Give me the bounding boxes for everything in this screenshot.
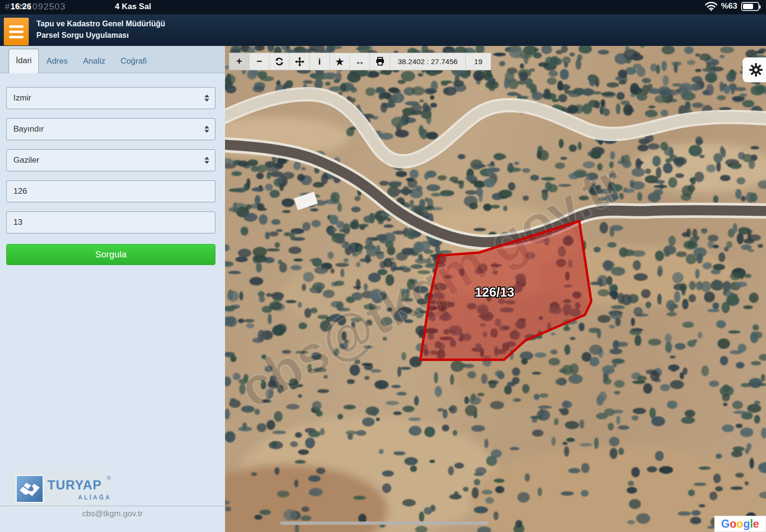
hamburger-menu-button[interactable] [4, 18, 29, 45]
brand-branch: ALİAĞA [78, 494, 112, 501]
google-letter: e [753, 518, 759, 531]
gear-icon [749, 63, 763, 77]
center-button[interactable] [290, 53, 310, 70]
screen: #1691092503 16:26 4 Kas Sal %63 Tapu ve … [0, 0, 766, 532]
app-title-line1: Tapu ve Kadastro Genel Müdürlüğü [36, 18, 165, 30]
settings-button[interactable] [743, 57, 766, 82]
coordinates-readout: 38.2402 : 27.7456 [390, 53, 466, 70]
brand-name: TURYAP [47, 478, 102, 493]
info-button[interactable]: i [310, 53, 330, 70]
tab-analiz[interactable]: Analiz [76, 50, 113, 73]
google-letter: o [730, 518, 736, 531]
google-attribution: Google [714, 516, 766, 532]
clock: 16:26 [11, 2, 31, 11]
measure-button[interactable]: ↔ [350, 53, 370, 70]
neighborhood-select-value: Gaziler [13, 155, 39, 165]
neighborhood-select[interactable]: Gaziler [6, 149, 215, 171]
google-letter: G [721, 518, 730, 531]
zoom-out-button[interactable]: − [249, 53, 270, 70]
zoom-level: 19 [466, 53, 491, 70]
divider [0, 506, 225, 506]
realtor-watermark: TURYAP ® ALİAĞA [7, 470, 115, 509]
app-title-line2: Parsel Sorgu Uygulaması [36, 30, 165, 41]
select-chevron-icon [204, 157, 209, 164]
map-viewport[interactable]: cbs@tkgm.gov.tr 126/13 +−i★↔ 38.2402 : 2… [225, 46, 766, 532]
sorgula-query-button[interactable]: Sorgula [6, 244, 215, 265]
print-button[interactable] [370, 53, 390, 70]
province-select[interactable]: Izmir [6, 87, 215, 109]
battery-icon [741, 2, 759, 11]
battery-percent: %63 [721, 1, 737, 11]
query-sidebar: İdari Adres Analiz Coğrafi Izmir Bayındı… [0, 46, 225, 532]
app-titles: Tapu ve Kadastro Genel Müdürlüğü Parsel … [36, 18, 165, 41]
contact-email: cbs@tkgm.gov.tr [0, 509, 225, 519]
handshake-logo-icon [16, 475, 44, 503]
app-header: Tapu ve Kadastro Genel Müdürlüğü Parsel … [0, 14, 766, 46]
favorite-button[interactable]: ★ [330, 53, 350, 70]
date: 4 Kas Sal [115, 2, 151, 11]
select-chevron-icon [204, 95, 209, 102]
district-select-value: Bayındır [13, 124, 44, 134]
parcel-number-input[interactable] [6, 211, 215, 233]
horizontal-scrollbar[interactable] [280, 521, 488, 525]
tab-cografi[interactable]: Coğrafi [113, 50, 155, 73]
province-select-value: Izmir [13, 93, 31, 103]
building [294, 192, 318, 210]
map-toolbar: +−i★↔ 38.2402 : 27.7456 19 [229, 53, 491, 70]
select-chevron-icon [204, 126, 209, 133]
refresh-button[interactable] [270, 53, 290, 70]
tab-bar: İdari Adres Analiz Coğrafi [0, 46, 225, 73]
tab-adres[interactable]: Adres [39, 50, 75, 73]
status-icons: %63 [705, 1, 759, 11]
district-select[interactable]: Bayındır [6, 118, 215, 140]
registered-mark: ® [107, 475, 111, 481]
parcel-label: 126/13 [475, 285, 515, 299]
battery-fill [743, 4, 753, 9]
google-letter: g [743, 518, 750, 531]
battery-tip [759, 5, 761, 9]
hamburger-icon [9, 25, 23, 28]
status-bar: #1691092503 16:26 4 Kas Sal %63 [0, 0, 766, 14]
zoom-in-button[interactable]: + [229, 53, 249, 70]
google-letter: o [736, 518, 743, 531]
tab-idari[interactable]: İdari [9, 49, 39, 73]
block-number-input[interactable] [6, 180, 215, 202]
toolbar-buttons: +−i★↔ [229, 53, 390, 70]
wifi-icon [705, 2, 717, 11]
